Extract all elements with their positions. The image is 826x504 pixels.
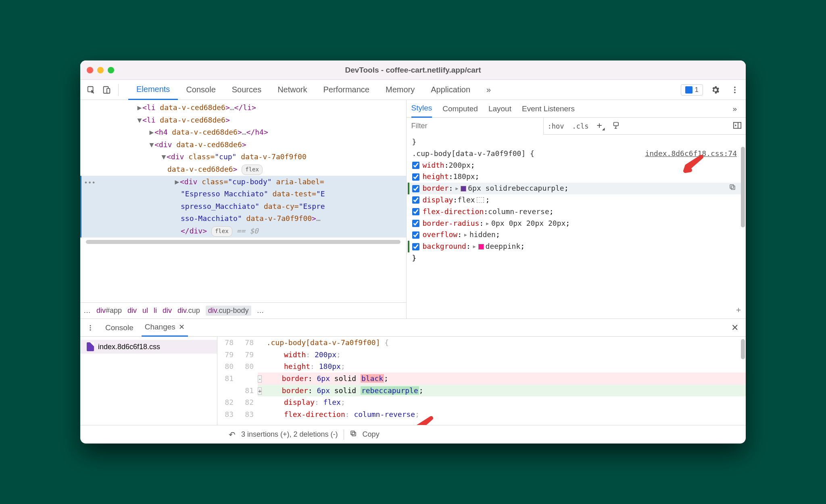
breadcrumb-item[interactable]: div.cup	[177, 306, 200, 315]
dom-node-cont[interactable]: sso-Macchiato" data-v-7a0f9f00>…	[80, 212, 406, 225]
cls-button[interactable]: .cls	[568, 122, 592, 130]
css-property[interactable]: background:▸deeppink;	[407, 241, 743, 252]
drawer: Console Changes ✕ ✕ index.8d6c6f18.css 7…	[80, 319, 746, 444]
copy-icon[interactable]	[729, 183, 736, 194]
issues-badge[interactable]: 1	[681, 84, 703, 96]
add-rule-button[interactable]: +◢	[592, 120, 609, 131]
css-property[interactable]: flex-direction: column-reverse;	[407, 206, 743, 218]
svg-point-3	[734, 86, 736, 88]
device-toggle-icon[interactable]	[100, 83, 113, 97]
styles-body[interactable]: } .cup-body[data-v-7a0f9f00] { index.8d6…	[407, 135, 746, 319]
svg-rect-7	[734, 122, 741, 128]
property-toggle[interactable]	[412, 231, 419, 239]
tab-console[interactable]: Console	[178, 80, 223, 100]
dom-node-close[interactable]: </div> flex == $0	[80, 225, 406, 237]
close-tab-icon[interactable]: ✕	[179, 323, 185, 331]
breadcrumb-item[interactable]: div#app	[96, 306, 122, 315]
close-drawer-button[interactable]: ✕	[727, 323, 743, 333]
property-toggle[interactable]	[412, 243, 419, 250]
v-scrollbar[interactable]	[741, 339, 745, 359]
tab-more[interactable]: »	[478, 80, 499, 100]
drawer-menu-icon[interactable]	[83, 321, 97, 335]
undo-icon[interactable]: ↶	[229, 430, 236, 439]
dom-node[interactable]: ▶<li data-v-ced68de6>…</li>	[80, 102, 406, 114]
tab-elements[interactable]: Elements	[128, 80, 178, 100]
property-toggle[interactable]	[412, 162, 419, 169]
flex-badge[interactable]: flex	[211, 226, 232, 237]
dom-node[interactable]: ▼<li data-v-ced68de6>	[80, 114, 406, 127]
dom-node[interactable]: ▼<div data-v-ced68de6>	[80, 139, 406, 151]
flex-editor-icon[interactable]	[477, 197, 484, 203]
svg-rect-6	[614, 122, 619, 125]
changes-file-item[interactable]: index.8d6c6f18.css	[80, 340, 217, 354]
filter-input[interactable]	[407, 118, 544, 135]
h-scrollbar[interactable]	[86, 240, 400, 244]
tab-application[interactable]: Application	[423, 80, 478, 100]
breadcrumb-ell[interactable]: …	[83, 306, 91, 315]
breadcrumb-ell[interactable]: …	[257, 306, 264, 315]
tab-sources[interactable]: Sources	[224, 80, 269, 100]
drawer-footer: ↶ 3 insertions (+), 2 deletions (-) Copy	[80, 425, 746, 444]
dom-node[interactable]: ▶<h4 data-v-ced68de6>…</h4>	[80, 126, 406, 139]
tab-more[interactable]: »	[732, 100, 737, 118]
flex-badge[interactable]: flex	[242, 165, 263, 175]
more-menu-icon[interactable]	[728, 83, 742, 97]
svg-rect-15	[351, 431, 355, 435]
close-window-button[interactable]	[87, 67, 93, 73]
tab-computed[interactable]: Computed	[442, 100, 478, 118]
tab-event-listeners[interactable]: Event Listeners	[522, 100, 575, 118]
inspect-icon[interactable]	[84, 83, 98, 97]
property-toggle[interactable]	[412, 196, 419, 204]
breadcrumb-item[interactable]: div	[127, 306, 137, 315]
property-toggle[interactable]	[412, 173, 419, 181]
dom-node-cont[interactable]: "Espresso Macchiato" data-test="E	[80, 188, 406, 200]
toggle-sidebar-icon[interactable]	[729, 121, 746, 131]
copy-button[interactable]: Copy	[363, 430, 380, 439]
css-property[interactable]: display: flex;	[407, 194, 743, 206]
tab-network[interactable]: Network	[269, 80, 315, 100]
devtools-window: DevTools - coffee-cart.netlify.app/cart …	[80, 60, 746, 444]
changes-summary: 3 insertions (+), 2 deletions (-)	[241, 430, 338, 439]
styles-filter-bar: :hov .cls +◢	[407, 118, 746, 135]
breadcrumb: … div#app div ul li div div.cup div.cup-…	[80, 302, 406, 319]
dom-node[interactable]: ▼<div class="cup" data-v-7a0f9f00	[80, 151, 406, 163]
css-property[interactable]: border-radius:▸0px 0px 20px 20px;	[407, 218, 743, 229]
add-property-button[interactable]: +	[736, 303, 741, 316]
hov-button[interactable]: :hov	[544, 122, 568, 130]
diff-view[interactable]: 7878 .cup-body[data-v-7a0f9f00] {7979 wi…	[217, 337, 746, 425]
tab-memory[interactable]: Memory	[378, 80, 423, 100]
breadcrumb-item[interactable]: div	[163, 306, 172, 315]
property-toggle[interactable]	[412, 220, 419, 227]
property-toggle[interactable]	[412, 185, 419, 192]
v-scrollbar[interactable]	[741, 147, 745, 227]
tab-styles[interactable]: Styles	[411, 100, 432, 118]
breadcrumb-item-selected[interactable]: div.cup-body	[206, 306, 251, 316]
css-property[interactable]: overflow:▸hidden;	[407, 229, 743, 241]
dom-node-selected[interactable]: ••• ▶<div class="cup-body" aria-label=	[80, 176, 406, 188]
main-tabs: Elements Console Sources Network Perform…	[128, 80, 499, 100]
copy-icon[interactable]	[350, 430, 357, 439]
svg-point-5	[734, 92, 736, 93]
tab-performance[interactable]: Performance	[315, 80, 378, 100]
minimize-window-button[interactable]	[97, 67, 104, 73]
breadcrumb-item[interactable]: ul	[142, 306, 148, 315]
maximize-window-button[interactable]	[108, 67, 114, 73]
tab-drawer-changes[interactable]: Changes ✕	[142, 319, 188, 337]
dom-node-cont[interactable]: data-v-ced68de6> flex	[80, 163, 406, 176]
svg-point-12	[90, 327, 91, 328]
divider	[118, 84, 119, 96]
paint-icon[interactable]	[609, 121, 625, 131]
tab-layout[interactable]: Layout	[488, 100, 511, 118]
css-file-icon	[87, 342, 94, 351]
annotation-arrow	[681, 155, 705, 175]
close-brace: }	[407, 252, 743, 264]
breadcrumb-item[interactable]: li	[154, 306, 157, 315]
main-toolbar: Elements Console Sources Network Perform…	[80, 80, 746, 100]
css-property[interactable]: border:▸6px solid rebeccapurple;	[407, 183, 743, 194]
property-toggle[interactable]	[412, 208, 419, 215]
dom-node-cont[interactable]: spresso_Macchiato" data-cy="Espre	[80, 200, 406, 213]
tab-drawer-console[interactable]: Console	[102, 319, 137, 337]
diff-line: 7979 width: 200px;	[217, 349, 746, 361]
settings-icon[interactable]	[709, 83, 722, 97]
dom-tree[interactable]: ▶<li data-v-ced68de6>…</li> ▼<li data-v-…	[80, 100, 406, 302]
